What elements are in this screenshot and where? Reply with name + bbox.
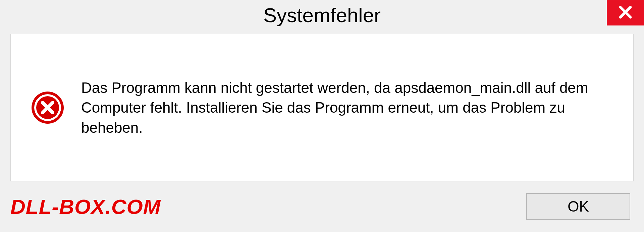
titlebar: Systemfehler	[0, 0, 644, 31]
dialog-footer: DLL-BOX.COM OK	[0, 188, 644, 232]
error-message: Das Programm kann nicht gestartet werden…	[81, 78, 613, 137]
error-dialog: Systemfehler Das Programm kann nicht ges…	[0, 0, 644, 232]
close-icon	[618, 5, 633, 21]
close-button[interactable]	[607, 0, 644, 25]
ok-button[interactable]: OK	[526, 193, 630, 220]
error-icon	[31, 91, 64, 124]
dialog-title: Systemfehler	[263, 4, 381, 27]
content-panel: Das Programm kann nicht gestartet werden…	[10, 34, 634, 181]
watermark-text: DLL-BOX.COM	[10, 195, 161, 219]
